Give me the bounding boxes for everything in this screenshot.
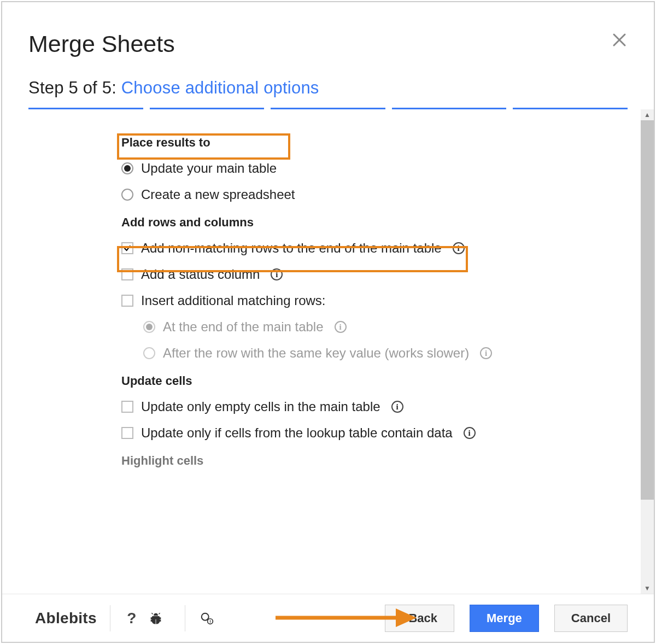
- radio-new-spreadsheet[interactable]: Create a new spreadsheet: [121, 187, 614, 202]
- checkbox-icon: [121, 427, 133, 439]
- radio-label: After the row with the same key value (w…: [163, 346, 469, 361]
- checkbox-label: Add a status column: [141, 267, 260, 282]
- dialog-header: Merge Sheets: [2, 2, 654, 64]
- section-rows-title: Add rows and columns: [121, 215, 614, 230]
- radio-insert-end: At the end of the main table i: [143, 319, 614, 335]
- brand-logo: Ablebits: [35, 610, 97, 627]
- step-indicator: Step 5 of 5: Choose additional options: [2, 64, 654, 108]
- checkbox-label: Insert additional matching rows:: [141, 293, 326, 308]
- close-button[interactable]: [611, 32, 628, 48]
- info-icon: i: [335, 321, 347, 333]
- radio-icon: [143, 347, 155, 359]
- dialog-window: Merge Sheets Step 5 of 5: Choose additio…: [1, 1, 655, 643]
- info-icon[interactable]: i: [391, 401, 403, 413]
- button-label: Cancel: [571, 611, 611, 625]
- checkbox-label: Update only empty cells in the main tabl…: [141, 399, 380, 414]
- section-place-title: Place results to: [121, 136, 614, 150]
- checkbox-label: Update only if cells from the lookup tab…: [141, 425, 453, 441]
- info-icon[interactable]: i: [464, 427, 476, 439]
- bug-button[interactable]: [148, 610, 164, 627]
- magnifier-info-icon: i: [200, 611, 214, 625]
- radio-update-main[interactable]: Update your main table: [121, 161, 614, 176]
- chevron-left-icon: ‹: [402, 612, 405, 624]
- chk-update-empty[interactable]: Update only empty cells in the main tabl…: [121, 399, 614, 414]
- checkbox-label: Add non-matching rows to the end of the …: [141, 241, 442, 256]
- scroll-down-icon[interactable]: ▼: [641, 583, 654, 594]
- info-icon[interactable]: i: [453, 242, 465, 254]
- bug-icon: [149, 611, 163, 625]
- svg-text:i: i: [209, 619, 210, 624]
- button-label: Merge: [487, 611, 522, 625]
- step-subtitle: Choose additional options: [121, 78, 319, 97]
- radio-label: Create a new spreadsheet: [141, 187, 295, 202]
- section-update-title: Update cells: [121, 374, 614, 388]
- step-prefix: Step 5 of 5:: [28, 78, 121, 97]
- chk-status-column[interactable]: Add a status column i: [121, 267, 614, 282]
- question-icon: ?: [127, 610, 136, 627]
- cancel-button[interactable]: Cancel: [554, 605, 628, 632]
- separator: [110, 605, 110, 631]
- chk-insert-matching[interactable]: Insert additional matching rows:: [121, 293, 614, 308]
- checkbox-icon: [121, 268, 133, 280]
- separator: [185, 605, 185, 631]
- button-label: Back: [408, 611, 437, 625]
- chk-nonmatching-rows[interactable]: Add non-matching rows to the end of the …: [121, 241, 614, 256]
- radio-icon: [121, 189, 133, 201]
- scrollbar[interactable]: ▲ ▼: [641, 109, 654, 594]
- dialog-title: Merge Sheets: [28, 31, 628, 57]
- dialog-footer: Ablebits ? i ‹ Back Merge Cancel: [2, 594, 654, 642]
- radio-insert-after: After the row with the same key value (w…: [143, 346, 614, 361]
- help-button[interactable]: ?: [124, 610, 140, 627]
- checkbox-icon: [121, 401, 133, 413]
- checkbox-icon: [121, 242, 133, 254]
- search-info-button[interactable]: i: [198, 610, 215, 627]
- checkbox-icon: [121, 295, 133, 307]
- radio-label: At the end of the main table: [163, 319, 324, 335]
- chk-update-lookup[interactable]: Update only if cells from the lookup tab…: [121, 425, 614, 441]
- info-icon[interactable]: i: [271, 268, 283, 280]
- options-content: Place results to Update your main table …: [2, 109, 641, 594]
- radio-icon: [121, 162, 133, 174]
- radio-label: Update your main table: [141, 161, 277, 176]
- scroll-up-icon[interactable]: ▲: [641, 109, 654, 120]
- scroll-track[interactable]: [641, 120, 654, 583]
- scroll-thumb[interactable]: [641, 120, 654, 500]
- section-highlight-title: Highlight cells: [121, 454, 614, 468]
- info-icon: i: [480, 347, 492, 359]
- radio-icon: [143, 321, 155, 333]
- merge-button[interactable]: Merge: [470, 605, 539, 632]
- close-icon: [611, 32, 628, 48]
- options-pane: Place results to Update your main table …: [2, 109, 654, 594]
- back-button[interactable]: ‹ Back: [385, 605, 454, 632]
